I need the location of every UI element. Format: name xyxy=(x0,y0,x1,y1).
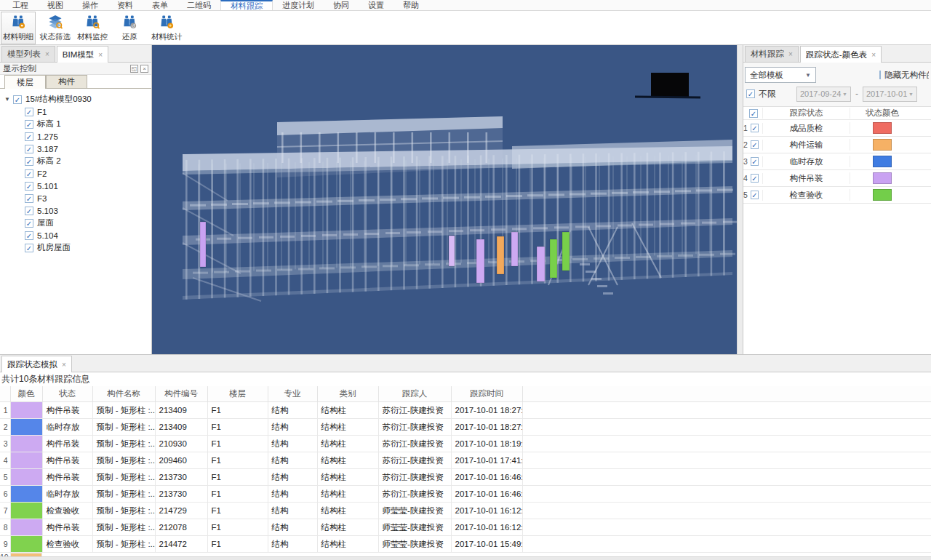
menu-item-5[interactable]: 表单 xyxy=(143,0,177,10)
menu-item-11[interactable]: 帮助 xyxy=(393,0,428,10)
status-color-row[interactable]: 4构件吊装 xyxy=(743,170,931,187)
table-row[interactable]: 9检查验收预制 - 矩形柱 :...214472F1结构结构柱师莹莹-陕建投资2… xyxy=(0,536,931,553)
select-all-checkbox[interactable] xyxy=(749,109,758,118)
tree-item-checkbox[interactable] xyxy=(25,157,33,166)
tree-item-row[interactable]: 5.101 xyxy=(3,180,151,192)
hide-empty-checkbox-box[interactable] xyxy=(879,71,881,79)
close-icon[interactable]: × xyxy=(98,51,103,59)
tree-item-row[interactable]: F3 xyxy=(3,192,151,204)
close-icon[interactable]: × xyxy=(871,51,876,59)
cell-status: 检查验收 xyxy=(42,503,92,519)
floor-tree: ▼15#结构模型0930F1标高 11.2753.187标高 2F25.101F… xyxy=(0,89,151,354)
tree-item-checkbox[interactable] xyxy=(25,120,33,129)
menu-item-4[interactable]: 资料 xyxy=(108,0,143,10)
menu-item-2[interactable]: 视图 xyxy=(38,0,73,10)
cell-tracker: 苏衍江-陕建投资 xyxy=(378,452,451,469)
tab-right-1[interactable]: 材料跟踪× xyxy=(745,46,799,62)
row-checkbox[interactable] xyxy=(751,157,759,166)
table-row[interactable]: 6临时存放预制 - 矩形柱 :...213730F1结构结构柱苏衍江-陕建投资2… xyxy=(0,486,931,503)
menu-item-3[interactable]: 操作 xyxy=(73,0,108,10)
tree-item-checkbox[interactable] xyxy=(25,108,33,116)
tab-left-2[interactable]: BIM模型× xyxy=(57,46,108,63)
tree-expand-icon[interactable]: ▼ xyxy=(3,96,12,103)
tree-item-checkbox[interactable] xyxy=(25,145,33,153)
color-swatch xyxy=(873,122,892,134)
subtab-1[interactable]: 楼层 xyxy=(4,75,46,89)
toolbar-button-binoculars-restore[interactable]: ↺还原 xyxy=(112,12,147,44)
horizontal-scrollbar[interactable] xyxy=(0,556,931,560)
table-row[interactable]: 4构件吊装预制 - 矩形柱 :...209460F1结构结构柱苏衍江-陕建投资2… xyxy=(0,452,931,469)
tab-tracking-simulation[interactable]: 跟踪状态模拟 × xyxy=(1,356,72,372)
status-color-cell xyxy=(850,189,914,201)
menu-item-6[interactable]: 二维码 xyxy=(177,0,220,10)
tree-item-row[interactable]: 标高 2 xyxy=(3,155,151,167)
cell-category: 结构柱 xyxy=(317,436,378,452)
menu-item-1[interactable]: 工程 xyxy=(3,0,38,10)
tree-item-checkbox[interactable] xyxy=(25,207,33,215)
menu-item-9[interactable]: 协同 xyxy=(324,0,359,10)
close-icon[interactable]: × xyxy=(45,50,49,58)
table-row[interactable]: 8构件吊装预制 - 矩形柱 :...212078F1结构结构柱师莹莹-陕建投资2… xyxy=(0,519,931,536)
tree-item-label: 标高 1 xyxy=(37,119,61,129)
table-row[interactable]: 1构件吊装预制 - 矩形柱 :...213409F1结构结构柱苏衍江-陕建投资2… xyxy=(0,402,931,419)
toolbar-button-binoculars-monitor[interactable]: 材料监控 xyxy=(75,12,110,44)
cell-row-number: 8 xyxy=(0,519,10,536)
tree-item-row[interactable]: F1 xyxy=(3,105,151,118)
status-color-row[interactable]: 1成品质检 xyxy=(743,120,931,137)
tree-item-row[interactable]: 5.103 xyxy=(3,204,151,217)
toolbar-button-binoculars-pin[interactable]: 材料明细 xyxy=(1,12,36,44)
status-color-row[interactable]: 5检查验收 xyxy=(743,187,931,204)
panel-splitter[interactable] xyxy=(737,45,743,354)
float-panel-icon[interactable]: ◱ xyxy=(130,65,138,73)
status-color-row[interactable]: 3临时存放 xyxy=(743,153,931,170)
tree-root-row[interactable]: ▼15#结构模型0930 xyxy=(3,93,151,105)
hide-empty-checkbox[interactable]: 隐藏无构件的跟踪状态 xyxy=(878,70,929,81)
menu-item-10[interactable]: 设置 xyxy=(359,0,393,10)
tree-item-checkbox[interactable] xyxy=(25,244,33,252)
date-from-input[interactable]: 2017-09-24 ▼ xyxy=(796,87,851,102)
tree-item-checkbox[interactable] xyxy=(25,231,33,240)
tree-item-row[interactable]: 3.187 xyxy=(3,143,151,155)
tree-item-row[interactable]: 屋面 xyxy=(3,217,151,229)
row-checkbox[interactable] xyxy=(751,191,759,199)
table-row[interactable]: 2临时存放预制 - 矩形柱 :...213409F1结构结构柱苏衍江-陕建投资2… xyxy=(0,419,931,436)
tree-item-row[interactable]: F2 xyxy=(3,167,151,180)
status-color-row[interactable]: 2构件运输 xyxy=(743,137,931,153)
row-checkbox[interactable] xyxy=(751,140,759,149)
table-row[interactable]: 3构件吊装预制 - 矩形柱 :...210930F1结构结构柱苏衍江-陕建投资2… xyxy=(0,436,931,452)
toolbar-button-binoculars-add[interactable]: +材料统计 xyxy=(149,12,184,44)
row-checkbox[interactable] xyxy=(751,124,759,132)
tree-item-checkbox[interactable] xyxy=(25,182,33,191)
close-icon[interactable]: × xyxy=(62,361,66,369)
close-icon[interactable]: × xyxy=(788,50,793,58)
tab-right-2[interactable]: 跟踪状态-颜色表× xyxy=(800,46,882,63)
close-panel-icon[interactable]: × xyxy=(140,65,148,73)
template-select[interactable]: 全部模板 ▼ xyxy=(745,67,816,83)
table-row[interactable]: 7检查验收预制 - 矩形柱 :...214729F1结构结构柱师莹莹-陕建投资2… xyxy=(0,503,931,519)
table-row[interactable]: 5构件吊装预制 - 矩形柱 :...213730F1结构结构柱苏衍江-陕建投资2… xyxy=(0,469,931,486)
tree-item-checkbox[interactable] xyxy=(25,194,33,203)
date-to-input[interactable]: 2017-10-01 ▼ xyxy=(863,87,917,102)
unlimited-checkbox[interactable] xyxy=(746,89,755,98)
tree-item-row[interactable]: 标高 1 xyxy=(3,118,151,130)
tree-item-checkbox[interactable] xyxy=(25,132,33,141)
tree-item-row[interactable]: 机房屋面 xyxy=(3,241,151,254)
bim-3d-viewport[interactable] xyxy=(152,45,737,354)
cell-major: 结构 xyxy=(268,503,317,519)
menu-item-7[interactable]: 材料跟踪 xyxy=(220,0,273,10)
tree-item-row[interactable]: 1.275 xyxy=(3,130,151,143)
building-model-render xyxy=(152,45,737,354)
row-checkbox[interactable] xyxy=(751,174,759,183)
tree-item-row[interactable]: 5.104 xyxy=(3,229,151,241)
tree-item-checkbox[interactable] xyxy=(25,169,33,178)
cell-component-code: 214729 xyxy=(155,503,207,519)
subtab-2[interactable]: 构件 xyxy=(46,75,87,88)
layers-search-icon xyxy=(47,15,63,31)
tab-left-1[interactable]: 模型列表× xyxy=(1,46,55,62)
cell-component-code: 209460 xyxy=(155,452,207,469)
tree-item-checkbox[interactable] xyxy=(25,219,33,228)
menu-item-8[interactable]: 进度计划 xyxy=(273,0,324,10)
tree-root-checkbox[interactable] xyxy=(13,95,22,104)
toolbar-button-layers-search[interactable]: 状态筛选 xyxy=(38,12,73,44)
column-header-4: 构件编号 xyxy=(155,386,207,402)
